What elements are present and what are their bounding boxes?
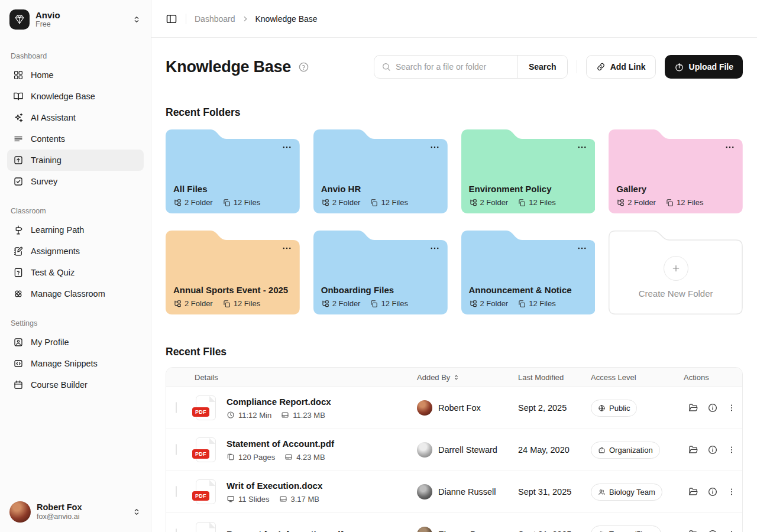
folder-name: Announcement & Notice — [469, 285, 572, 295]
sidebar-item-my-profile[interactable]: My Profile — [7, 332, 144, 353]
sidebar-item-label: Contents — [31, 134, 65, 144]
file-row-request-for-information[interactable]: PDF Request for Information.pdf Eleanor … — [166, 513, 742, 532]
added-by-name: Eleanor Pena — [438, 530, 490, 532]
search-icon — [381, 62, 391, 72]
added-by-name: Dianne Russell — [438, 487, 496, 497]
files-copy-icon — [665, 199, 674, 207]
folder-menu-icon[interactable] — [577, 142, 587, 153]
move-to-folder-icon[interactable] — [688, 403, 698, 413]
access-badge-public: Public — [591, 400, 637, 417]
file-row-writ-of-execution[interactable]: PDF Writ of Execution.docx 11 Slides 3.1… — [166, 471, 742, 513]
sidebar-item-label: Assignments — [31, 246, 80, 256]
code-box-icon — [13, 358, 24, 369]
access-badge-organization: Organization — [591, 442, 660, 459]
sidebar-toggle-button[interactable] — [166, 13, 177, 25]
info-icon[interactable] — [707, 486, 718, 497]
file-row-statement-of-account[interactable]: PDF Statement of Account.pdf 120 Pages 4… — [166, 429, 742, 471]
kebab-menu-icon[interactable] — [727, 487, 736, 497]
sidebar-item-test-quiz[interactable]: Test & Quiz — [7, 262, 144, 283]
organization-icon — [598, 446, 606, 454]
folder-menu-icon[interactable] — [282, 142, 292, 153]
folder-card-gallery[interactable]: Gallery 2 Folder 12 Files — [609, 126, 743, 213]
folder-count: 2 Folder — [185, 299, 213, 308]
create-new-folder-card[interactable]: Create New Folder — [609, 228, 743, 314]
folder-count: 2 Folder — [332, 299, 361, 308]
sidebar-item-manage-snippets[interactable]: Manage Snippets — [7, 353, 144, 374]
sidebar-item-assignments[interactable]: Assignments — [7, 241, 144, 262]
row-checkbox[interactable] — [176, 528, 177, 532]
sidebar-section-classroom: Classroom — [11, 207, 140, 215]
file-name: Statement of Account.pdf — [227, 439, 334, 449]
add-link-label: Add Link — [610, 62, 646, 72]
kebab-menu-icon[interactable] — [727, 445, 736, 455]
folder-tree-icon — [321, 199, 329, 207]
row-checkbox[interactable] — [176, 486, 177, 497]
search-input[interactable] — [396, 62, 510, 72]
avatar — [417, 442, 432, 458]
workspace-switcher[interactable]: Anvio Free — [7, 8, 144, 31]
sidebar-item-survey[interactable]: Survey — [7, 171, 144, 192]
content: Knowledge Base Search — [151, 38, 757, 532]
user-menu[interactable]: Robert Fox fox@anvio.ai — [7, 499, 144, 523]
folder-card-all-files[interactable]: All Files 2 Folder 12 Files — [166, 126, 300, 213]
kebab-menu-icon[interactable] — [727, 530, 736, 532]
column-added-by[interactable]: Added By — [417, 373, 518, 382]
pdf-file-icon: PDF — [196, 479, 216, 504]
file-name: Request for Information.pdf — [227, 529, 344, 532]
user-avatar — [9, 501, 31, 523]
access-badge-teams[interactable]: Teams (5) — [591, 525, 661, 532]
folder-card-onboarding-files[interactable]: Onboarding Files 2 Folder 12 Files — [313, 228, 448, 314]
sidebar-item-knowledge-base[interactable]: Knowledge Base — [7, 86, 144, 107]
folder-card-annual-sports-event[interactable]: Annual Sports Event - 2025 2 Folder 12 F… — [166, 228, 300, 314]
sidebar-item-label: Home — [31, 70, 54, 80]
sidebar-item-label: Test & Quiz — [31, 268, 75, 277]
sidebar-item-training[interactable]: Training — [7, 150, 144, 171]
move-to-folder-icon[interactable] — [688, 486, 698, 497]
sidebar-item-learning-path[interactable]: Learning Path — [7, 219, 144, 241]
files-copy-icon — [222, 199, 231, 207]
help-icon[interactable] — [298, 61, 309, 73]
move-to-folder-icon[interactable] — [688, 529, 698, 532]
upload-file-button[interactable]: Upload File — [665, 55, 743, 79]
files-copy-icon — [517, 199, 526, 207]
sidebar-item-contents[interactable]: Contents — [7, 128, 144, 150]
book-open-icon — [13, 91, 24, 102]
breadcrumb-parent[interactable]: Dashboard — [195, 14, 235, 24]
info-icon[interactable] — [707, 403, 718, 413]
file-duration: 11:12 Min — [238, 411, 271, 420]
folder-menu-icon[interactable] — [429, 142, 440, 153]
move-to-folder-icon[interactable] — [688, 445, 698, 455]
search-button[interactable]: Search — [517, 56, 567, 78]
folder-card-environment-policy[interactable]: Environment Policy 2 Folder 12 Files — [461, 126, 596, 213]
folder-menu-icon[interactable] — [429, 243, 440, 254]
add-link-button[interactable]: Add Link — [586, 55, 656, 79]
file-count: 12 Files — [381, 198, 408, 207]
column-last-modified: Last Modified — [518, 373, 591, 382]
folder-menu-icon[interactable] — [282, 243, 292, 254]
sidebar-item-ai-assistant[interactable]: AI Assistant — [7, 107, 144, 128]
row-checkbox[interactable] — [176, 444, 177, 455]
plus-icon — [664, 256, 688, 281]
info-icon[interactable] — [707, 445, 718, 455]
folder-count: 2 Folder — [627, 198, 656, 207]
recent-files-table: Details Added By Last Modified Access Le… — [166, 367, 743, 532]
folder-name: Onboarding Files — [321, 285, 394, 295]
unfold-icon — [132, 15, 141, 24]
access-badge-biology-team: Biology Team — [591, 484, 662, 501]
globe-icon — [598, 404, 606, 412]
row-checkbox[interactable] — [176, 402, 177, 413]
main-area: Dashboard Knowledge Base Knowledge Base — [151, 0, 757, 532]
file-row-compliance-report[interactable]: PDF Compliance Report.docx 11:12 Min 11.… — [166, 387, 742, 429]
sidebar-item-manage-classroom[interactable]: Manage Classroom — [7, 283, 144, 304]
folder-card-anvio-hr[interactable]: Anvio HR 2 Folder 12 Files — [313, 126, 448, 213]
info-icon[interactable] — [707, 529, 718, 532]
kebab-menu-icon[interactable] — [727, 403, 736, 413]
folder-card-announcement-notice[interactable]: Announcement & Notice 2 Folder 12 Files — [461, 228, 596, 314]
column-access-level: Access Level — [591, 373, 684, 382]
sidebar-item-course-builder[interactable]: Course Builder — [7, 374, 144, 395]
folder-menu-icon[interactable] — [724, 142, 735, 153]
sidebar-item-home[interactable]: Home — [7, 64, 144, 86]
divider — [577, 60, 577, 73]
file-count: 12 Files — [234, 198, 261, 207]
folder-menu-icon[interactable] — [577, 243, 587, 254]
